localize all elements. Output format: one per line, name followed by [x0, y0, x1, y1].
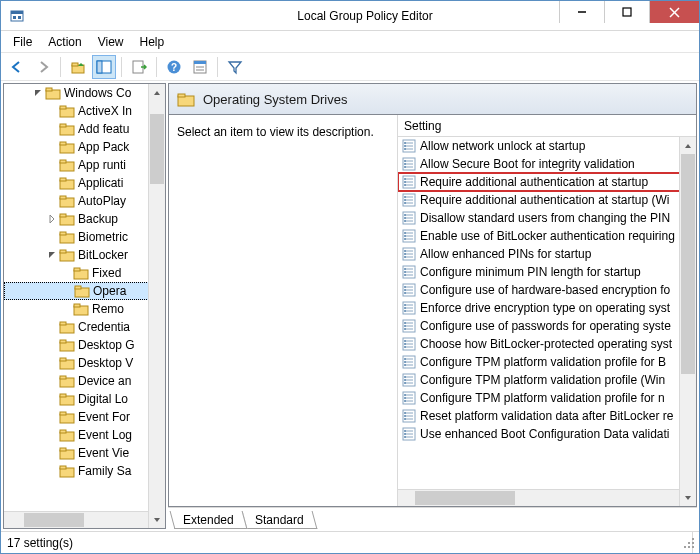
svg-point-85 [404, 184, 406, 186]
close-button[interactable] [649, 1, 699, 23]
tree-item-label: Applicati [78, 176, 123, 190]
tree-item[interactable]: Event Vie [4, 444, 165, 462]
policy-icon [402, 319, 416, 333]
maximize-button[interactable] [604, 1, 649, 23]
up-button[interactable] [66, 55, 90, 79]
tree-item[interactable]: App Pack [4, 138, 165, 156]
svg-point-91 [404, 199, 406, 201]
tree-item[interactable]: Family Sa [4, 462, 165, 480]
setting-item[interactable]: Configure minimum PIN length for startup [398, 263, 696, 281]
svg-point-97 [404, 214, 406, 216]
svg-point-161 [404, 379, 406, 381]
svg-point-111 [404, 250, 406, 252]
details-panel: Operating System Drives Select an item t… [168, 83, 697, 529]
tab-standard[interactable]: Standard [241, 511, 317, 529]
svg-rect-5 [623, 8, 631, 16]
tree-item[interactable]: ActiveX In [4, 102, 165, 120]
setting-item[interactable]: Require additional authentication at sta… [398, 191, 696, 209]
tree-vertical-scrollbar[interactable] [148, 84, 165, 528]
tree-item[interactable]: Biometric [4, 228, 165, 246]
show-hide-tree-button[interactable] [92, 55, 116, 79]
setting-item[interactable]: Disallow standard users from changing th… [398, 209, 696, 227]
back-button[interactable] [5, 55, 29, 79]
statusbar: 17 setting(s) [1, 531, 699, 553]
setting-item[interactable]: Configure use of passwords for operating… [398, 317, 696, 335]
tree-item[interactable]: Add featu [4, 120, 165, 138]
tree-item[interactable]: Desktop G [4, 336, 165, 354]
tree-item[interactable]: Desktop V [4, 354, 165, 372]
menu-action[interactable]: Action [40, 33, 89, 51]
setting-item[interactable]: Choose how BitLocker-protected operating… [398, 335, 696, 353]
filter-button[interactable] [223, 55, 247, 79]
tree-item[interactable]: Applicati [4, 174, 165, 192]
setting-label: Enable use of BitLocker authentication r… [420, 229, 675, 243]
tree-item[interactable]: BitLocker [4, 246, 165, 264]
tree-view[interactable]: Windows CoActiveX InAdd featuApp PackApp… [4, 84, 165, 528]
svg-point-147 [404, 343, 406, 345]
policy-icon [402, 373, 416, 387]
tree-toggle-icon[interactable] [46, 249, 58, 261]
titlebar[interactable]: Local Group Policy Editor [1, 1, 699, 31]
setting-item[interactable]: Require additional authentication at sta… [398, 173, 696, 191]
tree-item[interactable]: Event Log [4, 426, 165, 444]
setting-item[interactable]: Allow network unlock at startup [398, 137, 696, 155]
folder-icon [59, 374, 75, 388]
tree-item[interactable]: Remo [4, 300, 165, 318]
svg-rect-187 [684, 546, 686, 548]
list-horizontal-scrollbar[interactable] [398, 489, 679, 506]
tree-item-label: Desktop G [78, 338, 135, 352]
svg-rect-26 [60, 142, 66, 145]
tree-item[interactable]: Event For [4, 408, 165, 426]
tree-item[interactable]: App runti [4, 156, 165, 174]
app-icon [9, 8, 25, 24]
setting-item[interactable]: Allow enhanced PINs for startup [398, 245, 696, 263]
tree-item[interactable]: Opera [4, 282, 165, 300]
svg-point-132 [404, 304, 406, 306]
minimize-button[interactable] [559, 1, 604, 23]
tree-toggle-icon[interactable] [46, 213, 58, 225]
setting-item[interactable]: Configure TPM platform validation profil… [398, 353, 696, 371]
tree-item-label: Remo [92, 302, 124, 316]
svg-rect-186 [692, 542, 694, 544]
tree-item-label: App runti [78, 158, 126, 172]
menu-help[interactable]: Help [132, 33, 173, 51]
setting-label: Configure use of passwords for operating… [420, 319, 671, 333]
policy-icon [402, 247, 416, 261]
svg-rect-38 [60, 250, 66, 253]
setting-item[interactable]: Configure TPM platform validation profil… [398, 389, 696, 407]
settings-list[interactable]: Allow network unlock at startupAllow Sec… [398, 137, 696, 506]
tree-horizontal-scrollbar[interactable] [4, 511, 148, 528]
tree-item[interactable]: Backup [4, 210, 165, 228]
folder-icon [59, 248, 75, 262]
tree-toggle-icon[interactable] [32, 87, 44, 99]
help-button[interactable]: ? [162, 55, 186, 79]
setting-item[interactable]: Configure use of hardware-based encrypti… [398, 281, 696, 299]
tree-item[interactable]: Digital Lo [4, 390, 165, 408]
tree-item[interactable]: Device an [4, 372, 165, 390]
setting-item[interactable]: Allow Secure Boot for integrity validati… [398, 155, 696, 173]
setting-item[interactable]: Enable use of BitLocker authentication r… [398, 227, 696, 245]
tree-item-label: Event Vie [78, 446, 129, 460]
menu-view[interactable]: View [90, 33, 132, 51]
tree-item[interactable]: Credentia [4, 318, 165, 336]
tree-toggle-icon [60, 303, 72, 315]
menu-file[interactable]: File [5, 33, 40, 51]
policy-icon [402, 283, 416, 297]
setting-label: Enforce drive encryption type on operati… [420, 301, 670, 315]
list-vertical-scrollbar[interactable] [679, 137, 696, 506]
forward-button[interactable] [31, 55, 55, 79]
setting-item[interactable]: Configure TPM platform validation profil… [398, 371, 696, 389]
tree-item[interactable]: Fixed [4, 264, 165, 282]
setting-item[interactable]: Reset platform validation data after Bit… [398, 407, 696, 425]
svg-point-182 [404, 433, 406, 435]
export-list-button[interactable] [127, 55, 151, 79]
window-controls [559, 1, 699, 23]
setting-item[interactable]: Use enhanced Boot Configuration Data val… [398, 425, 696, 443]
column-header-setting[interactable]: Setting [398, 115, 696, 137]
tab-extended[interactable]: Extended [170, 511, 248, 529]
properties-button[interactable] [188, 55, 212, 79]
setting-item[interactable]: Enforce drive encryption type on operati… [398, 299, 696, 317]
tree-item[interactable]: AutoPlay [4, 192, 165, 210]
tree-item[interactable]: Windows Co [4, 84, 165, 102]
resize-grip[interactable] [682, 536, 698, 552]
